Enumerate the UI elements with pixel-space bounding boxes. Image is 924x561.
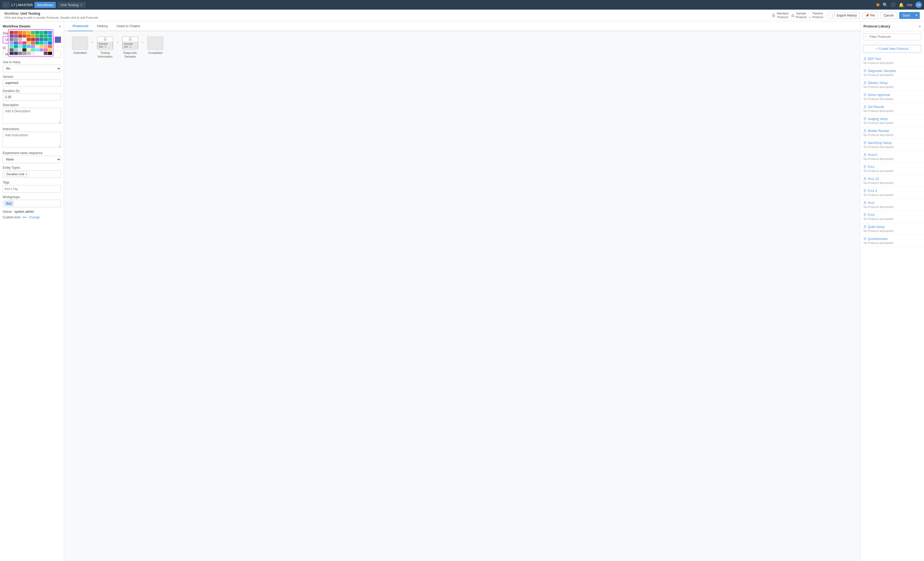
instructions-textarea[interactable]	[3, 132, 61, 148]
color-cell[interactable]	[44, 52, 48, 55]
color-cell[interactable]	[35, 34, 39, 37]
color-cell[interactable]	[31, 45, 35, 48]
color-cell[interactable]	[27, 45, 31, 48]
color-cell[interactable]	[31, 48, 35, 51]
entity-types-wrap[interactable]: Donation Unit ✕	[3, 171, 61, 178]
color-cell[interactable]	[18, 48, 22, 51]
color-cell[interactable]	[48, 48, 52, 51]
entity-type-remove[interactable]: ✕	[26, 173, 27, 176]
color-cell[interactable]	[18, 45, 22, 48]
color-cell[interactable]	[44, 45, 48, 48]
color-cell[interactable]	[35, 52, 39, 55]
cancel-button[interactable]: Cancel	[880, 12, 896, 19]
color-cell[interactable]	[27, 48, 31, 51]
color-cell[interactable]	[14, 41, 18, 45]
create-protocol-button[interactable]: + Create New Protocol	[863, 45, 921, 53]
color-cell[interactable]	[22, 41, 26, 45]
color-picker-button[interactable]	[55, 36, 61, 43]
protocol-stage-icon-submitted[interactable]	[72, 36, 88, 50]
description-textarea[interactable]	[3, 108, 61, 124]
color-cell[interactable]	[27, 31, 31, 34]
color-cell[interactable]	[31, 31, 35, 34]
nav-back-button[interactable]: ←	[2, 2, 10, 8]
color-cell[interactable]	[22, 52, 26, 55]
color-cell[interactable]	[44, 31, 48, 34]
color-cell[interactable]	[48, 45, 52, 48]
color-cell[interactable]	[22, 34, 26, 37]
nav-tab-unit-testing[interactable]: Unit Testing ✕	[57, 2, 86, 8]
color-cell[interactable]	[10, 52, 14, 55]
color-cell[interactable]	[22, 45, 26, 48]
color-cell[interactable]	[18, 38, 22, 41]
protocol-list-item[interactable]: ☰ Pro0.5 No Protocol description	[860, 151, 924, 163]
color-cell[interactable]	[27, 34, 31, 37]
color-cell[interactable]	[10, 38, 14, 41]
color-cell[interactable]	[35, 31, 39, 34]
tags-input[interactable]	[4, 187, 59, 190]
protocol-list-item[interactable]: ☰ Donor Approval No Protocol description	[860, 91, 924, 103]
protocol-list-item[interactable]: ☰ Pro2 No Protocol description	[860, 199, 924, 211]
protocol-list-item[interactable]: ☰ Qubit Setup No Protocol description	[860, 223, 924, 235]
collapse-panel-button[interactable]: «	[59, 24, 61, 28]
save-dropdown-button[interactable]: ▼	[914, 12, 920, 19]
color-cell[interactable]	[22, 31, 26, 34]
sample-protocol-btn[interactable]: ⚖ SampleProtocol	[791, 12, 806, 19]
color-cell[interactable]	[27, 41, 31, 45]
nav-avatar[interactable]: SA	[915, 1, 922, 8]
color-cell[interactable]	[31, 34, 35, 37]
color-cell[interactable]	[31, 38, 35, 41]
color-cell[interactable]	[22, 48, 26, 51]
color-cell[interactable]	[18, 34, 22, 37]
change-icon-link[interactable]: Change	[28, 215, 40, 219]
protocol-stage-icon-completed[interactable]	[147, 36, 163, 50]
color-cell[interactable]	[14, 34, 18, 37]
color-cell[interactable]	[44, 38, 48, 41]
color-cell[interactable]	[27, 52, 31, 55]
color-cell[interactable]	[35, 38, 39, 41]
color-cell[interactable]	[14, 45, 18, 48]
color-cell[interactable]	[14, 48, 18, 51]
color-cell[interactable]	[10, 31, 14, 34]
help-icon[interactable]: ⓘ	[891, 2, 896, 8]
color-cell[interactable]	[39, 45, 44, 48]
pin-button[interactable]: 📌 Pin	[862, 12, 878, 19]
tab-history[interactable]: History	[93, 21, 112, 31]
bell-icon[interactable]: 🔔	[898, 2, 904, 7]
color-cell[interactable]	[39, 48, 44, 51]
tab-protocols[interactable]: Protocols	[68, 21, 93, 31]
filter-protocols-input[interactable]	[863, 33, 921, 40]
color-cell[interactable]	[10, 45, 14, 48]
protocol-list-item[interactable]: ☰ Pro1.25 No Protocol description	[860, 175, 924, 187]
protocol-list-item[interactable]: ☰ Dilution Setup No Protocol description	[860, 79, 924, 91]
protocol-list-item[interactable]: ☰ Mobile Receipt No Protocol description	[860, 127, 924, 139]
protocol-list-item[interactable]: ☰ Questionnaire No Protocol description	[860, 235, 924, 247]
color-cell[interactable]	[48, 41, 52, 45]
experiment-seq-select[interactable]: None	[3, 156, 61, 163]
tab-used-in-chains[interactable]: Used In Chains	[112, 21, 144, 31]
version-input[interactable]	[3, 79, 61, 87]
protocol-list-item[interactable]: ☰ Pro1.5 No Protocol description	[860, 187, 924, 199]
color-cell[interactable]	[35, 45, 39, 48]
protocol-list-item[interactable]: ☰ DEP Test No Protocol description	[860, 55, 924, 67]
save-button[interactable]: Save	[899, 12, 914, 19]
color-cell[interactable]	[48, 52, 52, 55]
use-in-many-select[interactable]: No Yes	[3, 65, 61, 72]
protocol-list-item[interactable]: ☰ NanoDrop Setup No Protocol description	[860, 139, 924, 151]
color-cell[interactable]	[27, 38, 31, 41]
color-cell[interactable]	[39, 31, 44, 34]
workgroups-wrap[interactable]: Any	[3, 200, 61, 207]
color-cell[interactable]	[14, 38, 18, 41]
color-cell[interactable]	[39, 38, 44, 41]
color-cell[interactable]	[44, 34, 48, 37]
color-cell[interactable]	[10, 34, 14, 37]
color-cell[interactable]	[39, 41, 44, 45]
protocol-list-item[interactable]: ☰ Pro1 No Protocol description	[860, 163, 924, 175]
protocol-stage-icon-testing[interactable]: ☰ Sample Set: 1	[97, 36, 113, 50]
standard-protocol-btn[interactable]: ☰ StandardProtocol	[772, 12, 789, 19]
nav-workflows-button[interactable]: Workflows	[34, 2, 56, 8]
color-cell[interactable]	[44, 48, 48, 51]
tags-wrap[interactable]	[3, 185, 61, 193]
color-cell[interactable]	[10, 41, 14, 45]
color-cell[interactable]	[35, 41, 39, 45]
color-cell[interactable]	[14, 31, 18, 34]
